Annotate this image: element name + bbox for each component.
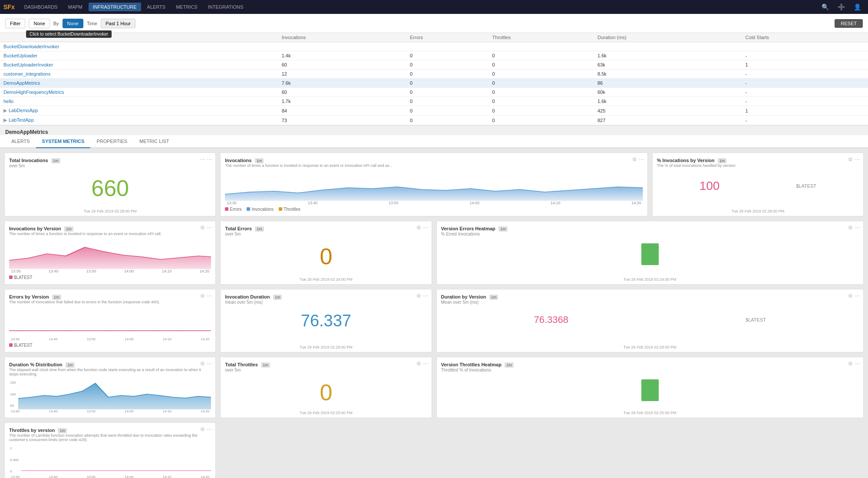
throttles-legend-label: Throttles xyxy=(284,207,300,212)
row-name: BucketUploader xyxy=(0,51,278,60)
nav-infrastructure[interactable]: INFRASTRUCTURE xyxy=(89,3,141,11)
card-subtitle: The number of Lambda function invocation… xyxy=(9,433,211,442)
card-version-errors-heatmap: ⚙ ⋯ Version Errors Heatmap 1m % Erred In… xyxy=(436,221,864,285)
card-settings-icon[interactable]: ⚙ xyxy=(848,225,853,231)
add-icon[interactable]: ➕ xyxy=(834,2,848,12)
card-more-icon[interactable]: ⋯ xyxy=(207,156,212,163)
card-badge: 1m xyxy=(66,362,75,368)
card-value: 0 xyxy=(225,375,427,410)
card-title: Errors by Version xyxy=(9,294,49,299)
card-settings-icon[interactable]: ⚙ xyxy=(416,293,421,299)
card-badge: 1m xyxy=(718,158,727,163)
nav-apm[interactable]: µAPM xyxy=(64,3,87,11)
invocations-by-version-chart xyxy=(9,239,211,269)
table-row[interactable]: BucketDownloaderInvoker xyxy=(0,42,868,51)
card-settings-icon[interactable]: ⚙ xyxy=(416,225,421,231)
throttles-legend-dot xyxy=(279,207,282,211)
card-more-icon[interactable]: ⋯ xyxy=(855,225,860,231)
card-more-icon[interactable]: ⋯ xyxy=(423,225,428,231)
tab-properties[interactable]: PROPERTIES xyxy=(90,135,133,148)
card-more-icon[interactable]: ⋯ xyxy=(207,361,212,367)
card-settings-icon[interactable]: ⚙ xyxy=(632,156,637,163)
card-subtitle: Throttled % of Invocations xyxy=(441,368,859,372)
card-more-icon[interactable]: ⋯ xyxy=(207,426,212,432)
card-title: Duration by Version xyxy=(441,294,486,299)
card-total-throttles: ⚙ ⋯ Total Throttles 1m over 5m 0 Tue 26 … xyxy=(220,357,432,418)
card-invocation-duration: ⚙ ⋯ Invocation Duration 1m mean over 5m … xyxy=(220,289,432,352)
card-value: 76.337 xyxy=(225,307,427,335)
card-subtitle: The % of total invocations handled by ve… xyxy=(657,163,859,168)
table-row[interactable]: ▶LabDemoApp 84 0 0 425 1 xyxy=(0,106,868,116)
section-header: DemoAppMetrics xyxy=(0,126,868,135)
filter-button[interactable]: Filter xyxy=(5,19,25,28)
card-badge: 1m xyxy=(489,295,498,300)
col-duration[interactable]: Duration (ms) xyxy=(594,33,742,42)
card-settings-icon[interactable]: ⚙ xyxy=(200,426,205,432)
col-invocations[interactable]: Invocations xyxy=(278,33,406,42)
table-row[interactable]: ▶LabTestApp 73 0 0 827 - xyxy=(0,116,868,125)
x-axis: 13:30 13:40 13:50 14:00 14:10 14:20 xyxy=(9,269,211,273)
tab-alerts[interactable]: ALERTS xyxy=(5,135,36,148)
card-more-icon[interactable]: ⋯ xyxy=(207,225,212,231)
svg-marker-1 xyxy=(9,247,211,269)
card-more-icon[interactable]: ⋯ xyxy=(423,361,428,367)
card-total-errors: ⚙ ⋯ Total Errors 1m over 5m 0 Tue 26 Feb… xyxy=(220,221,432,285)
table-row[interactable]: customer_integrations 12 0 0 8.5k - xyxy=(0,70,868,79)
tab-metric-list[interactable]: METRIC LIST xyxy=(133,135,175,148)
search-icon[interactable]: 🔍 xyxy=(818,2,832,12)
errors-by-version-chart xyxy=(9,307,211,337)
card-settings-icon[interactable]: ⚙ xyxy=(200,225,205,231)
table-row[interactable]: hello 1.7k 0 0 1.6k - xyxy=(0,97,868,106)
row-name: customer_integrations xyxy=(0,70,278,79)
user-icon[interactable]: 👤 xyxy=(850,2,865,12)
card-value: 660 xyxy=(9,171,211,206)
card-subtitle: The number of times a function is invoke… xyxy=(9,232,211,236)
card-settings-icon[interactable]: ⚙ xyxy=(416,361,421,367)
card-title: Version Throttles Heatmap xyxy=(441,362,502,367)
reset-button[interactable]: RESET xyxy=(835,19,863,28)
col-errors[interactable]: Errors xyxy=(406,33,488,42)
card-more-icon[interactable]: ⋯ xyxy=(855,156,860,163)
nav-alerts[interactable]: ALERTS xyxy=(143,3,170,11)
card-settings-icon[interactable]: ⚙ xyxy=(848,361,853,367)
card-settings-icon[interactable]: ⚙ xyxy=(848,156,853,163)
nav-integrations[interactable]: INTEGRATIONS xyxy=(204,3,248,11)
table-row[interactable]: DemoHighFrequencyMetrics 60 0 0 60k - xyxy=(0,88,868,97)
card-settings-icon[interactable]: ⚙ xyxy=(200,293,205,299)
card-badge: 1m xyxy=(58,428,67,433)
x-axis: 13:30 13:40 13:50 14:00 14:10 14:20 xyxy=(225,201,643,205)
row-name: BucketUploaderInvoker xyxy=(0,60,278,70)
table-row[interactable]: BucketUploader 1.4k 0 0 1.6k - xyxy=(0,51,868,60)
col-throttles[interactable]: Throttles xyxy=(489,33,594,42)
invocations-legend-dot xyxy=(247,207,250,211)
heatmap-cell xyxy=(641,379,659,401)
time-select[interactable]: Past 1 Hour xyxy=(101,19,135,28)
latest-legend-label: $LATEST xyxy=(14,343,33,348)
filter-bar: Click to select BucketDownloaderInvoker … xyxy=(0,14,868,33)
card-timestamp: Tue 26 Feb 2019 02:28:00 PM xyxy=(221,345,431,349)
card-timestamp: Tue 26 Feb 2019 02:24:00 PM xyxy=(221,277,431,282)
none-active-button[interactable]: None xyxy=(63,19,83,28)
latest-legend-label: $LATEST xyxy=(14,275,33,280)
card-more-icon[interactable]: ⋯ xyxy=(207,293,212,299)
none-button[interactable]: None xyxy=(29,19,50,28)
table-row[interactable]: BucketUploaderInvoker 60 0 0 63k 1 xyxy=(0,60,868,70)
card-badge: 1m xyxy=(273,295,282,300)
card-settings-icon[interactable]: ⋯ xyxy=(200,156,205,163)
card-more-icon[interactable]: ⋯ xyxy=(423,293,428,299)
version-label: $LATEST xyxy=(746,317,766,322)
card-more-icon[interactable]: ⋯ xyxy=(855,293,860,299)
svg-marker-0 xyxy=(225,187,643,201)
card-settings-icon[interactable]: ⚙ xyxy=(200,361,205,367)
card-more-icon[interactable]: ⋯ xyxy=(639,156,644,163)
tab-system-metrics[interactable]: SYSTEM METRICS xyxy=(36,135,91,148)
table-row-selected[interactable]: DemoAppMetrics 7.6k 0 0 86 - xyxy=(0,79,868,88)
card-settings-icon[interactable]: ⚙ xyxy=(848,293,853,299)
col-cold-starts[interactable]: Cold Starts xyxy=(742,33,868,42)
card-subtitle: over 5m xyxy=(9,163,211,168)
throttles-by-version-chart xyxy=(21,445,211,475)
card-subtitle: Mean over 5m (ms) xyxy=(441,300,859,305)
card-more-icon[interactable]: ⋯ xyxy=(855,361,860,367)
nav-dashboards[interactable]: DASHBOARDS xyxy=(20,3,62,11)
nav-metrics[interactable]: METRICS xyxy=(172,3,202,11)
